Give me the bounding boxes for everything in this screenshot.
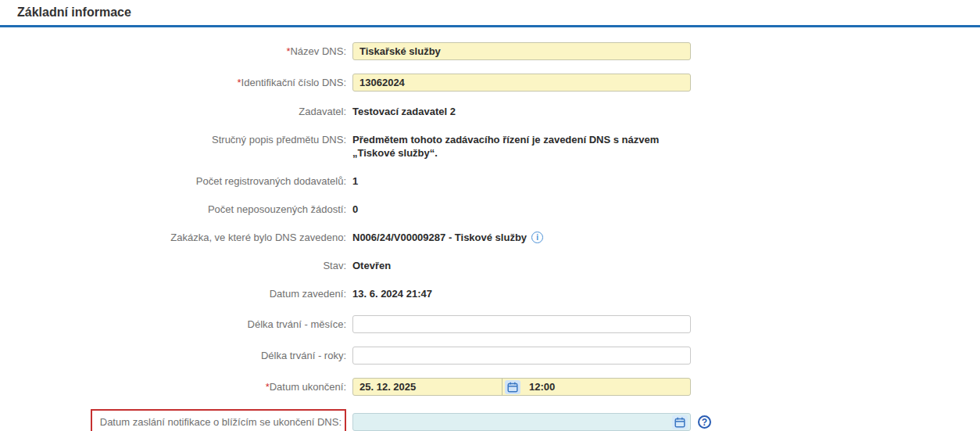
field-label: Stav: (0, 259, 346, 272)
datum-ukonceni-time-input[interactable] (523, 379, 690, 394)
pocet-zadosti-value: 0 (352, 203, 358, 216)
datum-ukonceni-field (352, 378, 691, 396)
form-row-pocet-dodavatelu: Počet registrovaných dodavatelů: 1 (0, 174, 980, 188)
form-row-zadavatel: Zadavatel: Testovací zadavatel 2 (0, 105, 980, 118)
zakazka-value: N006/24/V00009287 - Tiskové služby (352, 231, 527, 244)
field-label: Zadavatel: (0, 105, 346, 118)
form-row-datum-zavedeni: Datum zavedení: 13. 6. 2024 21:47 (0, 287, 980, 300)
calendar-icon[interactable] (505, 380, 520, 394)
field-label: Datum zavedení: (0, 287, 346, 300)
info-icon[interactable]: i (531, 232, 543, 243)
datum-ukonceni-date-input[interactable] (353, 379, 503, 395)
stav-value: Otevřen (352, 259, 391, 272)
field-label: Stručný popis předmětu DNS: (0, 133, 346, 146)
nazev-dns-input[interactable] (352, 42, 691, 60)
form-row-pocet-zadosti: Počet neposouzených žádostí: 0 (0, 203, 980, 216)
field-label: Počet registrovaných dodavatelů: (0, 174, 346, 188)
form-row-strucny-popis: Stručný popis předmětu DNS: Předmětem to… (0, 133, 980, 160)
page-title: Základní informace (0, 0, 980, 27)
delka-trvani-roky-input[interactable] (352, 347, 691, 365)
datum-notifikace-input[interactable] (353, 415, 670, 429)
field-label: Datum zaslání notifikace o blížícím se u… (0, 409, 346, 431)
form-row-zakazka: Zakázka, ve které bylo DNS zavedeno: N00… (0, 231, 980, 244)
help-icon[interactable]: ? (698, 415, 711, 429)
field-label: Počet neposouzených žádostí: (0, 203, 346, 216)
field-label: *Identifikační číslo DNS: (0, 76, 346, 89)
form-row-stav: Stav: Otevřen (0, 259, 980, 272)
form-row-identifikacni-cislo: *Identifikační číslo DNS: (0, 74, 980, 92)
field-label: Zakázka, ve které bylo DNS zavedeno: (0, 231, 346, 244)
datum-zavedeni-value: 13. 6. 2024 21:47 (352, 287, 432, 300)
field-label: *Datum ukončení: (0, 380, 346, 393)
annotation-highlight-box: Datum zaslání notifikace o blížícím se u… (91, 409, 346, 431)
zadavatel-value: Testovací zadavatel 2 (352, 105, 456, 118)
pocet-dodavatelu-value: 1 (352, 174, 358, 188)
form-row-datum-ukonceni: *Datum ukončení: (0, 378, 980, 396)
form-row-nazev-dns: *Název DNS: (0, 42, 980, 60)
delka-trvani-mesice-input[interactable] (352, 315, 691, 333)
strucny-popis-value: Předmětem tohoto zadávacího řízení je za… (352, 133, 685, 160)
form-row-delka-roky: Délka trvání - roky: (0, 347, 980, 365)
field-label: *Název DNS: (0, 45, 346, 58)
dns-basic-info-form: *Název DNS: *Identifikační číslo DNS: Za… (0, 27, 980, 431)
form-row-delka-mesice: Délka trvání - měsíce: (0, 315, 980, 333)
basic-information-panel: Základní informace *Název DNS: *Identifi… (0, 0, 980, 431)
calendar-icon[interactable] (672, 415, 688, 429)
field-label: Délka trvání - měsíce: (0, 318, 346, 331)
datum-notifikace-field (352, 413, 691, 431)
form-row-datum-notifikace: Datum zaslání notifikace o blížícím se u… (0, 409, 980, 431)
field-label: Délka trvání - roky: (0, 349, 346, 362)
identifikacni-cislo-input[interactable] (352, 74, 691, 92)
